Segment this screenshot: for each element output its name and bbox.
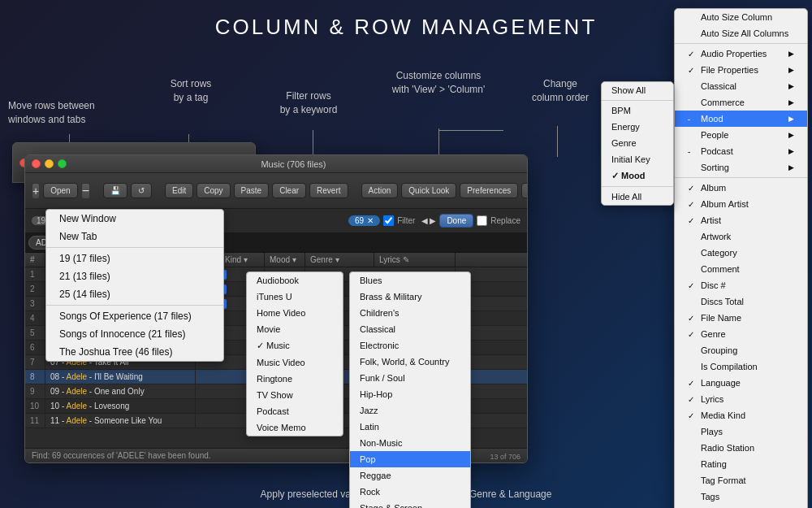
- sm-hide-all[interactable]: Hide All: [602, 189, 673, 205]
- cm-discs-total[interactable]: Discs Total: [675, 293, 807, 310]
- revert-button[interactable]: Revert: [309, 183, 348, 198]
- cm-rating[interactable]: Rating: [675, 456, 807, 472]
- paste-button[interactable]: Paste: [234, 183, 270, 198]
- g-electronic[interactable]: Electronic: [350, 337, 470, 354]
- cm-album[interactable]: ✓ Album: [675, 180, 807, 196]
- cm-classical[interactable]: Classical ▶: [675, 78, 807, 94]
- g-stage[interactable]: Stage & Screen: [350, 500, 470, 508]
- close-button[interactable]: [32, 159, 41, 168]
- menu-25-14[interactable]: 25 (14 files): [46, 285, 223, 303]
- sm-genre-sub[interactable]: Genre: [602, 135, 673, 151]
- cm-file-properties[interactable]: ✓ File Properties ▶: [675, 62, 807, 78]
- menu-joshua[interactable]: The Joshua Tree (46 files): [46, 343, 223, 361]
- filter-x-icon[interactable]: ✕: [367, 216, 374, 225]
- cm-mood[interactable]: - Mood ▶: [675, 111, 807, 127]
- filter-checkbox[interactable]: [383, 215, 394, 226]
- annotation-change-order: Changecolumn order: [520, 77, 601, 105]
- cm-lyrics[interactable]: ✓ Lyrics: [675, 391, 807, 407]
- mk-tv-show[interactable]: TV Show: [247, 387, 343, 403]
- cm-artwork[interactable]: Artwork: [675, 228, 807, 245]
- cm-disc-num[interactable]: ✓ Disc #: [675, 277, 807, 293]
- open-button[interactable]: Open: [43, 183, 77, 198]
- sm-mood[interactable]: ✓ Mood: [602, 167, 673, 185]
- copy-button[interactable]: Copy: [197, 183, 230, 198]
- g-funk[interactable]: Funk / Soul: [350, 370, 470, 386]
- g-rock[interactable]: Rock: [350, 484, 470, 500]
- cm-compilation[interactable]: Is Compilation: [675, 358, 807, 375]
- filter-count-pill[interactable]: 69 ✕: [348, 215, 380, 226]
- cm-media-kind[interactable]: ✓ Media Kind: [675, 407, 807, 423]
- menu-songs-inn[interactable]: Songs of Innocence (21 files): [46, 325, 223, 343]
- cm-people[interactable]: People ▶: [675, 127, 807, 143]
- mk-voice-memo[interactable]: Voice Memo: [247, 419, 343, 436]
- cm-grouping[interactable]: Grouping: [675, 342, 807, 358]
- cm-audio-properties[interactable]: ✓ Audio Properties ▶: [675, 46, 807, 62]
- sm-show-all[interactable]: Show All: [602, 82, 673, 98]
- mk-home-video[interactable]: Home Video: [247, 305, 343, 321]
- remove-button[interactable]: −: [81, 183, 90, 199]
- preferences-button[interactable]: Preferences: [460, 183, 518, 198]
- quicklook-button[interactable]: Quick Look: [401, 183, 456, 198]
- mk-music[interactable]: Music: [247, 337, 343, 354]
- th-genre[interactable]: Genre ▾: [305, 253, 374, 267]
- cm-category[interactable]: Category: [675, 245, 807, 261]
- action-button[interactable]: Action: [361, 183, 399, 198]
- mk-ringtone[interactable]: Ringtone: [247, 371, 343, 387]
- cm-language[interactable]: ✓ Language: [675, 375, 807, 391]
- cm-tags[interactable]: Tags: [675, 488, 807, 505]
- menu-songs-exp[interactable]: Songs Of Experience (17 files): [46, 307, 223, 325]
- mk-itunes-u[interactable]: iTunes U: [247, 289, 343, 305]
- menu-new-window[interactable]: New Window: [46, 210, 223, 228]
- add-button[interactable]: +: [32, 183, 40, 199]
- cm-sorting[interactable]: Sorting ▶: [675, 159, 807, 176]
- cm-album-artist[interactable]: ✓ Album Artist: [675, 196, 807, 212]
- mk-movie[interactable]: Movie: [247, 321, 343, 337]
- sm-energy[interactable]: Energy: [602, 119, 673, 135]
- mk-podcast[interactable]: Podcast: [247, 403, 343, 419]
- prev-arrow[interactable]: ◀: [421, 216, 428, 225]
- done-button[interactable]: Done: [439, 214, 473, 228]
- cm-radio-station[interactable]: Radio Station: [675, 440, 807, 456]
- minimize-button[interactable]: [45, 159, 54, 168]
- clear-button[interactable]: Clear: [272, 183, 306, 198]
- menu-new-tab[interactable]: New Tab: [46, 228, 223, 245]
- g-pop[interactable]: Pop: [350, 451, 470, 467]
- g-classical[interactable]: Classical: [350, 321, 470, 337]
- th-mood[interactable]: Mood ▾: [265, 253, 305, 267]
- main-window-title: Music (706 files): [67, 159, 520, 169]
- cm-file-name[interactable]: ✓ File Name: [675, 310, 807, 326]
- cm-title[interactable]: ✓ Title: [675, 505, 807, 508]
- g-folk[interactable]: Folk, World, & Country: [350, 354, 470, 370]
- cm-auto-size-all[interactable]: Auto Size All Columns: [675, 25, 807, 41]
- sm-bpm[interactable]: BPM: [602, 102, 673, 119]
- mk-audiobook[interactable]: Audiobook: [247, 272, 343, 289]
- cm-auto-size-col[interactable]: Auto Size Column: [675, 9, 807, 25]
- g-hiphop[interactable]: Hip-Hop: [350, 386, 470, 402]
- cm-podcast[interactable]: - Podcast ▶: [675, 143, 807, 159]
- menu-21-13[interactable]: 21 (13 files): [46, 267, 223, 285]
- edit-button[interactable]: Edit: [165, 183, 193, 198]
- cm-artist[interactable]: ✓ Artist: [675, 212, 807, 228]
- g-childrens[interactable]: Children's: [350, 305, 470, 321]
- help-button[interactable]: Help: [521, 183, 528, 198]
- g-brass[interactable]: Brass & Military: [350, 289, 470, 305]
- replace-checkbox[interactable]: [477, 215, 487, 226]
- cm-genre[interactable]: ✓ Genre: [675, 326, 807, 342]
- g-non-music[interactable]: Non-Music: [350, 435, 470, 451]
- next-arrow[interactable]: ▶: [430, 216, 436, 225]
- cm-commerce[interactable]: Commerce ▶: [675, 94, 807, 111]
- menu-19-17[interactable]: 19 (17 files): [46, 250, 223, 267]
- cm-plays[interactable]: Plays: [675, 423, 807, 440]
- refresh-btn[interactable]: ↺: [131, 183, 152, 198]
- maximize-button[interactable]: [58, 159, 67, 168]
- save-icon-btn[interactable]: 💾: [103, 183, 127, 198]
- g-blues[interactable]: Blues: [350, 272, 470, 289]
- g-jazz[interactable]: Jazz: [350, 402, 470, 419]
- sm-initial-key[interactable]: Initial Key: [602, 151, 673, 167]
- open-button-group[interactable]: Open: [43, 183, 77, 198]
- mk-music-video[interactable]: Music Video: [247, 354, 343, 371]
- cm-comment[interactable]: Comment: [675, 261, 807, 277]
- g-reggae[interactable]: Reggae: [350, 467, 470, 484]
- g-latin[interactable]: Latin: [350, 419, 470, 435]
- cm-tag-format[interactable]: Tag Format: [675, 472, 807, 488]
